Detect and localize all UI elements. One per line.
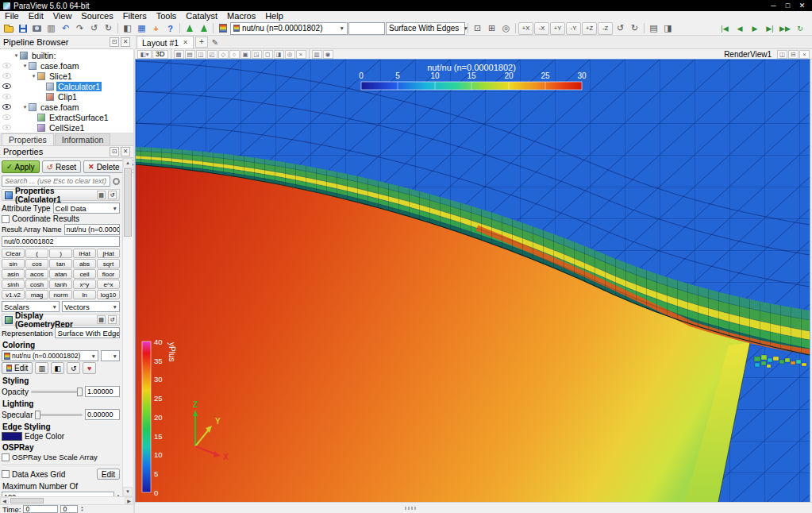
scroll-right-arrow[interactable]: ▶ <box>125 497 133 504</box>
representation-select[interactable]: Surface With Edges▼ <box>55 327 120 338</box>
calc-sin-button[interactable]: sin <box>2 259 25 268</box>
visibility-eye-icon[interactable] <box>2 63 11 68</box>
calc-ln-button[interactable]: ln <box>73 290 96 299</box>
calc-cosh-button[interactable]: cosh <box>25 280 48 289</box>
left-legend-bar[interactable] <box>142 341 151 492</box>
pipeline-item-slice1[interactable]: ▾ Slice1 <box>0 71 133 81</box>
apply-button[interactable]: ✓Apply <box>2 160 40 173</box>
opacity-value-field[interactable]: 1.00000 <box>85 386 120 397</box>
rotate-90-cw-button[interactable]: ↻ <box>628 22 641 35</box>
next-frame-button[interactable]: ▶| <box>763 22 777 35</box>
calculator-section-header[interactable]: Properties (Calculator1 ▤ ↺ <box>2 189 120 201</box>
properties-horizontal-scrollbar[interactable]: ◀ ▶ <box>0 496 133 504</box>
properties-vertical-scrollbar[interactable]: ▲ ▼ <box>122 158 133 496</box>
split-horizontal-button[interactable]: ◫ <box>777 50 787 59</box>
scroll-left-arrow[interactable]: ◀ <box>0 497 9 504</box>
camera-mode-button[interactable]: 3D <box>152 50 168 59</box>
menu-help[interactable]: Help <box>260 11 288 21</box>
display-section-header[interactable]: Display (GeometryRepr ▤ ↺ <box>2 314 120 326</box>
undo-button[interactable]: ↶ <box>59 22 72 35</box>
render-scene[interactable]: nut/nu (n=0.00001802) 0 5 10 15 20 25 30… <box>136 60 810 502</box>
visibility-eye-icon[interactable] <box>2 73 11 79</box>
scrollbar-thumb[interactable] <box>124 168 132 237</box>
scroll-up-arrow[interactable]: ▲ <box>123 158 133 168</box>
copy-properties-icon[interactable]: ▤ <box>97 191 106 199</box>
calc-pow-button[interactable]: x^y <box>73 280 96 289</box>
slider-handle[interactable] <box>35 411 40 419</box>
time-value-field[interactable]: 0 <box>23 505 58 513</box>
play-button[interactable]: ▶ <box>748 22 762 35</box>
select-block-button[interactable]: ▣ <box>241 50 251 59</box>
calc-abs-button[interactable]: abs <box>73 259 96 268</box>
pipeline-item-extractsurface1[interactable]: ExtractSurface1 <box>0 112 133 122</box>
expander-icon[interactable]: ▾ <box>21 104 29 110</box>
menu-macros[interactable]: Macros <box>222 11 260 21</box>
adjust-camera-button[interactable]: ◨ <box>661 22 675 35</box>
screenshot-button[interactable] <box>30 22 44 35</box>
calc-close-paren-button[interactable]: ) <box>49 249 72 258</box>
visibility-eye-icon[interactable] <box>2 114 11 120</box>
show-orientation-axes-button[interactable]: ▦ <box>135 22 148 35</box>
result-array-field[interactable]: nut/nu (n=0.00001802) <box>64 224 120 235</box>
pipeline-item-case-foam-2[interactable]: ▾ case.foam <box>0 102 133 112</box>
edge-color-swatch[interactable] <box>2 432 22 441</box>
edit-layout-icon[interactable]: ✎ <box>210 38 221 47</box>
toggle-interaction-button[interactable]: ▥ <box>312 50 322 59</box>
camera-redo-button[interactable]: ↻ <box>102 22 115 35</box>
view-plus-z-button[interactable]: +Z <box>582 22 597 35</box>
add-layout-tab-button[interactable]: + <box>195 37 208 48</box>
calc-floor-button[interactable]: floor <box>97 269 120 279</box>
restore-defaults-icon[interactable]: ↺ <box>108 315 117 324</box>
reset-camera-button[interactable]: ◎ <box>499 22 513 35</box>
menu-view[interactable]: View <box>48 11 77 21</box>
center-of-rotation-button[interactable]: + <box>149 22 163 35</box>
calc-jhat-button[interactable]: jHat <box>97 249 120 258</box>
toggle-color-legend-button[interactable] <box>216 22 229 35</box>
dock-close-button[interactable]: ✕ <box>121 147 130 156</box>
camera-link-button[interactable]: ◉ <box>323 50 333 59</box>
scrollbar-track[interactable] <box>9 497 125 504</box>
calc-tan-button[interactable]: tan <box>49 259 72 268</box>
delete-button[interactable]: ✕Delete <box>83 160 124 173</box>
pipeline-item-calculator1[interactable]: Calculator1 <box>0 81 133 91</box>
data-axes-grid-checkbox[interactable] <box>2 470 10 478</box>
ospray-use-scale-checkbox[interactable] <box>2 453 10 461</box>
edit-camera-button[interactable]: ▤ <box>647 22 660 35</box>
open-button[interactable] <box>2 22 15 35</box>
copy-properties-icon[interactable]: ▤ <box>97 315 106 324</box>
last-frame-button[interactable]: ▶▶ <box>778 22 792 35</box>
visibility-eye-icon[interactable] <box>2 83 11 89</box>
view-minus-z-button[interactable]: -Z <box>598 22 613 35</box>
tab-layout-1[interactable]: Layout #1 ✕ <box>137 36 194 48</box>
coloring-array-combo[interactable]: nut/nu (n=0.00001802) ▼ <box>2 350 98 361</box>
reset-button[interactable]: ↺Reset <box>42 160 82 173</box>
calc-ceil-button[interactable]: ceil <box>73 269 96 279</box>
loop-button[interactable]: ↻ <box>793 22 807 35</box>
splitter-handle[interactable] <box>405 507 416 510</box>
menu-catalyst[interactable]: Catalyst <box>181 11 222 21</box>
camera-undo-button[interactable]: ↺ <box>87 22 101 35</box>
clear-selection-button[interactable]: × <box>296 50 306 59</box>
tab-information[interactable]: Information <box>55 133 111 145</box>
minimize-button[interactable]: ─ <box>767 1 780 10</box>
expander-icon[interactable]: ▾ <box>21 63 29 69</box>
attribute-type-combo[interactable]: Cell Data▼ <box>53 202 120 214</box>
select-points-polygon-button[interactable]: ○ <box>229 50 240 59</box>
hover-points-button[interactable]: ◎ <box>285 50 295 59</box>
scrollbar-thumb[interactable] <box>10 498 44 503</box>
calc-mag-button[interactable]: mag <box>25 290 48 299</box>
data-axes-edit-button[interactable]: Edit <box>97 469 120 480</box>
rescale-custom-range-button[interactable]: ◧ <box>51 362 64 374</box>
catalyst-connect-button[interactable] <box>183 22 196 35</box>
calc-cos-button[interactable]: cos <box>25 259 48 268</box>
interactive-select-cells-button[interactable]: ◳ <box>252 50 262 59</box>
calc-norm-button[interactable]: norm <box>49 290 72 299</box>
view-minus-y-button[interactable]: -Y <box>566 22 581 35</box>
time-index-field[interactable]: 0 <box>60 505 78 513</box>
catalyst-pause-button[interactable] <box>197 22 210 35</box>
calc-exp-button[interactable]: e^x <box>97 280 120 289</box>
visibility-eye-icon[interactable] <box>2 125 11 130</box>
menu-file[interactable]: File <box>0 11 24 21</box>
coordinate-results-checkbox[interactable] <box>2 215 10 223</box>
view-minus-x-button[interactable]: -X <box>534 22 549 35</box>
